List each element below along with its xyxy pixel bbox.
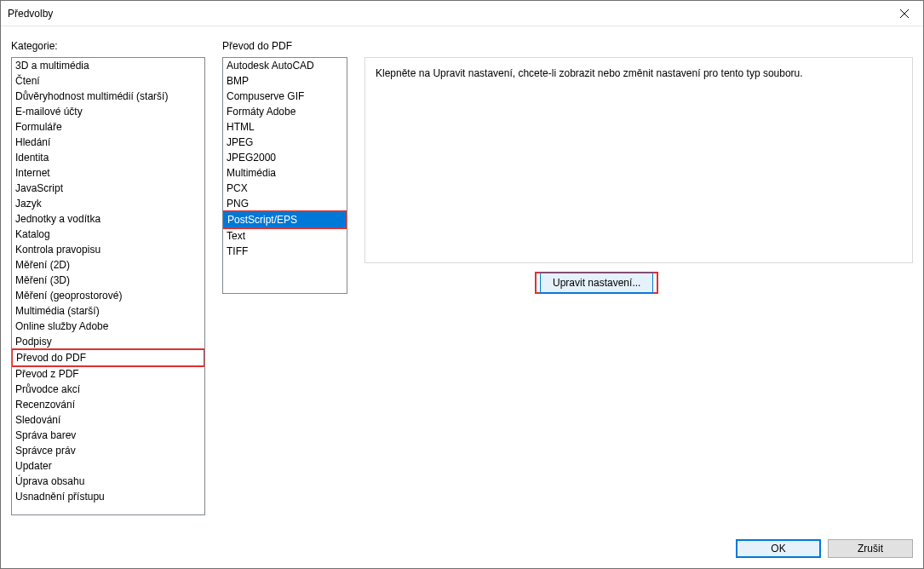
description-panel: Klepněte na Upravit nastavení, chcete-li… bbox=[364, 57, 913, 263]
filetype-item[interactable]: HTML bbox=[223, 119, 347, 135]
category-item[interactable]: Usnadnění přístupu bbox=[12, 489, 204, 504]
category-item[interactable]: Jazyk bbox=[12, 196, 204, 211]
filetype-item[interactable]: Multimédia bbox=[223, 165, 347, 181]
category-item[interactable]: Kontrola pravopisu bbox=[12, 242, 204, 257]
categories-label: Kategorie: bbox=[11, 40, 205, 52]
close-button[interactable] bbox=[885, 1, 923, 26]
filetype-listbox[interactable]: Autodesk AutoCADBMPCompuserve GIFFormáty… bbox=[222, 57, 347, 294]
right-column: Převod do PDF Autodesk AutoCADBMPCompuse… bbox=[222, 40, 913, 524]
category-item[interactable]: Katalog bbox=[12, 227, 204, 242]
preferences-dialog: Předvolby Kategorie: 3D a multimédiaČten… bbox=[0, 0, 924, 569]
filetype-item[interactable]: JPEG2000 bbox=[223, 150, 347, 165]
category-item[interactable]: Správce práv bbox=[12, 443, 204, 458]
cancel-button[interactable]: Zrušit bbox=[828, 539, 913, 558]
categories-listbox[interactable]: 3D a multimédiaČteníDůvěryhodnost multim… bbox=[11, 57, 205, 515]
edit-settings-button[interactable]: Upravit nastavení... bbox=[540, 273, 653, 293]
close-icon bbox=[900, 9, 909, 18]
category-item[interactable]: Jednotky a vodítka bbox=[12, 211, 204, 227]
dialog-content: Kategorie: 3D a multimédiaČteníDůvěryhod… bbox=[1, 26, 923, 532]
categories-column: Kategorie: 3D a multimédiaČteníDůvěryhod… bbox=[11, 40, 205, 524]
category-item[interactable]: Podpisy bbox=[12, 334, 204, 349]
filetype-item[interactable]: Formáty Adobe bbox=[223, 104, 347, 119]
window-title: Předvolby bbox=[8, 8, 53, 20]
description-text: Klepněte na Upravit nastavení, chcete-li… bbox=[376, 66, 902, 80]
category-item[interactable]: Sledování bbox=[12, 412, 204, 428]
filetype-column: Autodesk AutoCADBMPCompuserve GIFFormáty… bbox=[222, 57, 347, 294]
filetype-item[interactable]: PCX bbox=[223, 181, 347, 196]
filetype-item[interactable]: BMP bbox=[223, 73, 347, 89]
category-item[interactable]: Hledání bbox=[12, 135, 204, 150]
category-item[interactable]: Převod z PDF bbox=[12, 366, 204, 382]
category-item[interactable]: JavaScript bbox=[12, 181, 204, 196]
category-item[interactable]: 3D a multimédia bbox=[12, 58, 204, 73]
category-item[interactable]: Online služby Adobe bbox=[12, 319, 204, 334]
dialog-footer: OK Zrušit bbox=[1, 532, 923, 568]
filetype-item[interactable]: Autodesk AutoCAD bbox=[223, 58, 347, 73]
category-item[interactable]: Měření (3D) bbox=[12, 273, 204, 288]
filetype-highlight: PostScript/EPS bbox=[222, 210, 347, 229]
category-item[interactable]: Důvěryhodnost multimédií (starší) bbox=[12, 89, 204, 104]
category-item[interactable]: Správa barev bbox=[12, 428, 204, 443]
category-item[interactable]: Úprava obsahu bbox=[12, 474, 204, 489]
filetype-item[interactable]: PNG bbox=[223, 196, 347, 211]
conversion-label: Převod do PDF bbox=[222, 40, 913, 52]
edit-settings-highlight: Upravit nastavení... bbox=[535, 272, 658, 294]
category-item[interactable]: Měření (2D) bbox=[12, 257, 204, 273]
category-item[interactable]: Průvodce akcí bbox=[12, 382, 204, 397]
category-item[interactable]: Identita bbox=[12, 150, 204, 165]
category-highlight: Převod do PDF bbox=[11, 348, 205, 367]
titlebar: Předvolby bbox=[1, 1, 923, 26]
category-item[interactable]: Měření (geoprostorové) bbox=[12, 288, 204, 303]
category-item[interactable]: Updater bbox=[12, 458, 204, 474]
filetype-item[interactable]: TIFF bbox=[223, 244, 347, 259]
filetype-item[interactable]: PostScript/EPS bbox=[224, 212, 346, 227]
filetype-item[interactable]: Text bbox=[223, 228, 347, 244]
category-item[interactable]: Internet bbox=[12, 165, 204, 181]
category-item[interactable]: Čtení bbox=[12, 73, 204, 89]
category-item[interactable]: Formuláře bbox=[12, 119, 204, 135]
category-item[interactable]: E-mailové účty bbox=[12, 104, 204, 119]
category-item[interactable]: Recenzování bbox=[12, 397, 204, 412]
filetype-item[interactable]: JPEG bbox=[223, 135, 347, 150]
filetype-item[interactable]: Compuserve GIF bbox=[223, 89, 347, 104]
ok-button[interactable]: OK bbox=[736, 539, 821, 558]
category-item[interactable]: Multimédia (starší) bbox=[12, 303, 204, 319]
category-item[interactable]: Převod do PDF bbox=[13, 350, 204, 365]
